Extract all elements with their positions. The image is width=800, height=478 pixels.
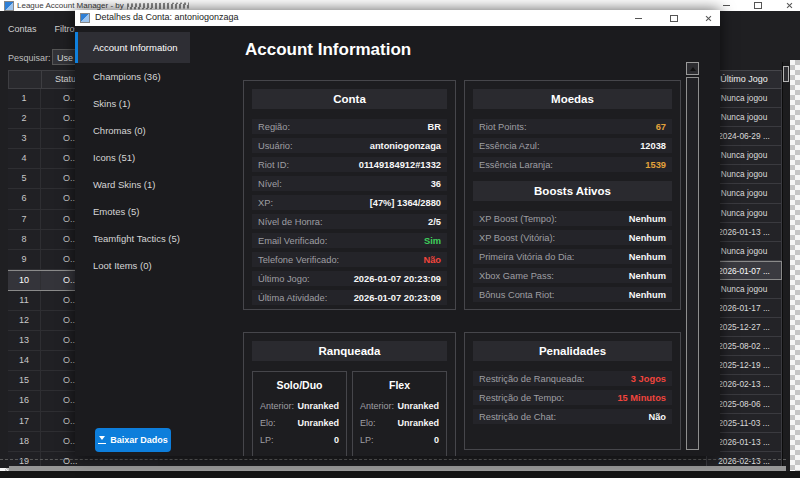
- desktop-checker-right: [790, 60, 800, 478]
- info-label: Nível de Honra:: [258, 217, 323, 227]
- row-number: 9: [8, 250, 41, 269]
- dialog-scroll-up-button[interactable]: [686, 62, 699, 75]
- info-row: Usuário:antoniogonzaga: [252, 138, 447, 153]
- dialog-sidebar: Account InformationChampions (36)Skins (…: [75, 26, 190, 456]
- info-value: 0: [334, 435, 339, 445]
- row-number: 8: [8, 230, 41, 249]
- sidebar-item-icons-51[interactable]: Icons (51): [75, 144, 190, 171]
- info-row: Restrição de Tempo:15 Minutos: [473, 390, 672, 405]
- download-icon: [98, 436, 106, 444]
- info-label: Último Jogo:: [258, 274, 310, 284]
- info-label: Elo:: [360, 418, 376, 428]
- dialog-minimize-button[interactable]: [627, 11, 649, 25]
- info-value: Não: [648, 412, 666, 422]
- info-value: antoniogonzaga: [370, 141, 441, 151]
- row-number: 11: [8, 291, 41, 310]
- info-value: Nenhum: [629, 214, 666, 224]
- info-label: Anterior:: [260, 401, 294, 411]
- download-button-label: Baixar Dados: [110, 435, 168, 445]
- redacted-text: [127, 2, 189, 9]
- info-label: Elo:: [260, 418, 276, 428]
- conta-rows: Região:BRUsuário:antoniogonzagaRiot ID:0…: [252, 119, 447, 305]
- row-number: 4: [8, 149, 41, 168]
- info-label: Primeira Vitória do Dia:: [479, 252, 574, 262]
- info-value: 3 Jogos: [631, 374, 666, 384]
- row-number: 6: [8, 189, 41, 208]
- info-value: 36: [431, 179, 441, 189]
- info-row: Xbox Game Pass:Nenhum: [473, 268, 672, 283]
- penalidades-panel: Penalidades Restrição de Ranqueada:3 Jog…: [464, 332, 681, 450]
- sidebar-item-skins-1[interactable]: Skins (1): [75, 90, 190, 117]
- info-row: XP Boost (Tempo):Nenhum: [473, 211, 672, 226]
- sidebar-item-account-information[interactable]: Account Information: [75, 32, 190, 63]
- row-number: 18: [8, 432, 41, 451]
- dialog-titlebar[interactable]: Detalhes da Conta: antoniogonzaga: [75, 10, 720, 26]
- maximize-icon: [670, 15, 678, 22]
- close-button[interactable]: [780, 1, 798, 10]
- dialog-scrollbar[interactable]: [686, 77, 699, 450]
- info-label: Telefone Verificado:: [258, 255, 339, 265]
- row-number: 7: [8, 210, 41, 229]
- solo-duo-rows: Anterior:UnrankedElo:UnrankedLP:0: [258, 399, 341, 446]
- flex-title: Flex: [358, 379, 441, 391]
- main-scrollbar-thumb[interactable]: [783, 66, 789, 82]
- info-row: LP:0: [258, 433, 341, 446]
- flex-box: Flex Anterior:UnrankedElo:UnrankedLP:0: [352, 371, 447, 456]
- info-label: Usuário:: [258, 141, 293, 151]
- info-label: Essência Azul:: [479, 141, 539, 151]
- info-row: Essência Azul:12038: [473, 138, 672, 153]
- sidebar-item-chromas-0[interactable]: Chromas (0): [75, 117, 190, 144]
- info-row: XP Boost (Vitória):Nenhum: [473, 230, 672, 245]
- sidebar-item-ward-skins-1[interactable]: Ward Skins (1): [75, 171, 190, 198]
- app-icon: [4, 1, 14, 11]
- flex-rows: Anterior:UnrankedElo:UnrankedLP:0: [358, 399, 441, 446]
- info-value: 2/5: [428, 217, 441, 227]
- boosts-rows: XP Boost (Tempo):NenhumXP Boost (Vitória…: [473, 211, 672, 302]
- info-row: Última Atividade:2026-01-07 20:23:09: [252, 290, 447, 305]
- info-row: Telefone Verificado:Não: [252, 252, 447, 267]
- main-window-title: League Account Manager - by: [17, 1, 189, 10]
- solo-duo-box: Solo/Duo Anterior:UnrankedElo:UnrankedLP…: [252, 371, 347, 456]
- row-number: 5: [8, 169, 41, 188]
- conta-panel-title: Conta: [252, 89, 447, 109]
- info-row: LP:0: [358, 433, 441, 446]
- info-label: LP:: [360, 435, 374, 445]
- penalidades-rows: Restrição de Ranqueada:3 JogosRestrição …: [473, 371, 672, 424]
- row-number: 10: [8, 271, 41, 290]
- dialog-close-button[interactable]: [697, 11, 719, 25]
- menu-contas[interactable]: Contas: [8, 24, 37, 38]
- info-value: 15 Minutos: [617, 393, 666, 403]
- info-value: Sim: [424, 236, 441, 246]
- sidebar-item-teamfight-tactics-5[interactable]: Teamfight Tactics (5): [75, 225, 190, 252]
- info-value: Nenhum: [629, 271, 666, 281]
- row-number: 17: [8, 412, 41, 431]
- sidebar-item-loot-items-0[interactable]: Loot Items (0): [75, 252, 190, 279]
- minimize-icon: [723, 5, 730, 6]
- download-data-button[interactable]: Baixar Dados: [95, 428, 171, 452]
- sidebar-item-emotes-5[interactable]: Emotes (5): [75, 198, 190, 225]
- info-row: Elo:Unranked: [358, 416, 441, 429]
- info-label: Riot ID:: [258, 160, 289, 170]
- close-icon: [705, 15, 712, 22]
- info-value: Nenhum: [629, 290, 666, 300]
- dialog-title: Detalhes da Conta: antoniogonzaga: [95, 12, 239, 22]
- info-row: Essência Laranja:1539: [473, 157, 672, 172]
- info-value: 12038: [640, 141, 666, 151]
- info-row: Elo:Unranked: [258, 416, 341, 429]
- info-value: 67: [656, 122, 666, 132]
- maximize-icon: [754, 2, 762, 9]
- info-row: Restrição de Ranqueada:3 Jogos: [473, 371, 672, 386]
- dialog-maximize-button[interactable]: [663, 11, 685, 25]
- moedas-rows: Riot Points:67Essência Azul:12038Essênci…: [473, 119, 672, 172]
- sidebar-item-champions-36[interactable]: Champions (36): [75, 63, 190, 90]
- info-label: Restrição de Ranqueada:: [479, 374, 584, 384]
- row-number-header: [9, 71, 42, 88]
- moedas-panel-title: Moedas: [473, 89, 672, 109]
- info-value: [47%] 1364/2880: [370, 198, 441, 208]
- minimize-button[interactable]: [717, 1, 735, 10]
- info-label: XP Boost (Tempo):: [479, 214, 557, 224]
- maximize-button[interactable]: [749, 1, 767, 10]
- row-number: 16: [8, 391, 41, 410]
- boosts-panel-title: Boosts Ativos: [473, 181, 672, 201]
- menubar: Contas Filtros: [0, 24, 79, 38]
